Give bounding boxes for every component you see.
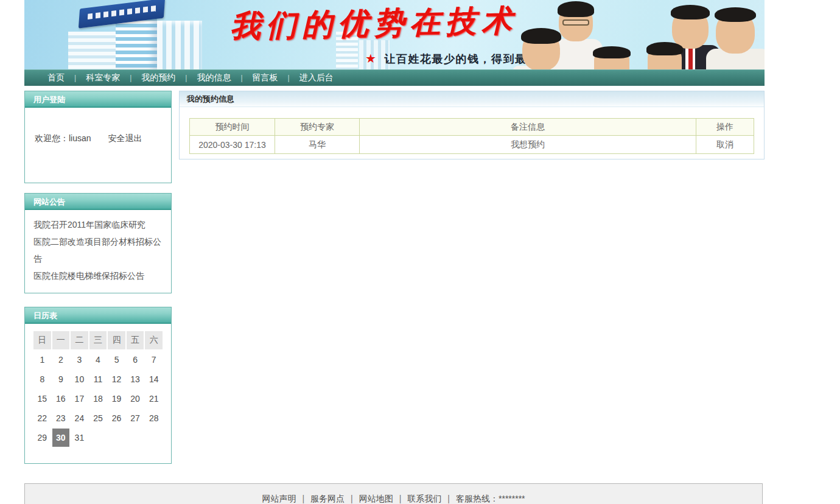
calendar-day — [89, 429, 107, 447]
calendar-day: 18 — [89, 390, 107, 408]
calendar-week-row: 15161718192021 — [33, 390, 163, 408]
calendar-weekday-header: 四 — [108, 331, 125, 349]
nav-item-4[interactable]: 我的信息 — [197, 72, 231, 82]
calendar-week-header-row: 日一二三四五六 — [33, 331, 163, 349]
appointments-column-header-4: 操作 — [696, 119, 754, 136]
nav-separator: | — [74, 74, 76, 82]
nav-separator: | — [130, 74, 131, 82]
calendar-day: 4 — [89, 351, 107, 369]
calendar-day: 19 — [108, 390, 125, 408]
calendar-body: 日一二三四五六123456789101112131415161718192021… — [25, 324, 171, 463]
appointments-column-header-2: 预约专家 — [275, 119, 360, 136]
table-row: 2020-03-30 17:13马华我想预约取消 — [190, 136, 754, 154]
calendar-weekday-header: 二 — [71, 331, 88, 349]
nav-item-3[interactable]: 我的预约 — [141, 72, 175, 82]
calendar-weekday-header: 日 — [33, 331, 51, 349]
calendar-day: 11 — [89, 370, 107, 388]
nav-item-5[interactable]: 留言板 — [253, 72, 278, 82]
appointment-cell-2: 马华 — [275, 136, 360, 154]
footer-separator: | — [399, 494, 402, 503]
calendar-box: 日历表 日一二三四五六12345678910111213141516171819… — [24, 307, 172, 464]
appointments-column-header-3: 备注信息 — [360, 119, 696, 136]
calendar-day: 5 — [108, 351, 125, 369]
calendar-weekday-header: 三 — [89, 331, 107, 349]
calendar-table: 日一二三四五六123456789101112131415161718192021… — [32, 330, 164, 448]
calendar-weekday-header: 五 — [127, 331, 144, 349]
login-box-body: 欢迎您：liusan安全退出 — [25, 108, 171, 183]
calendar-day: 28 — [145, 409, 163, 427]
content-area: 用户登陆 欢迎您：liusan安全退出 网站公告 我院召开2011年国家临床研究… — [24, 91, 765, 474]
logout-link[interactable]: 安全退出 — [108, 133, 142, 143]
calendar-weekday-header: 一 — [52, 331, 70, 349]
hero-banner: 我们的优势在技术 ★让百姓花最少的钱，得到最高质量的医疗服务 — [24, 0, 765, 69]
calendar-day: 7 — [145, 351, 163, 369]
username: liusan — [69, 133, 91, 143]
appointments-table: 预约时间预约专家备注信息操作 2020-03-30 17:13马华我想预约取消 — [189, 118, 754, 154]
announcement-link[interactable]: 医院住院楼电梯维保招标公告 — [33, 267, 163, 284]
calendar-day — [145, 429, 163, 447]
calendar-day: 10 — [71, 370, 88, 388]
announcement-link[interactable]: 医院二部改造项目部分材料招标公告 — [33, 233, 163, 267]
calendar-day: 22 — [33, 409, 51, 427]
calendar-day: 20 — [127, 390, 144, 408]
calendar-day — [127, 429, 144, 447]
nav-item-1[interactable]: 首页 — [47, 72, 65, 82]
calendar-day: 15 — [33, 390, 51, 408]
appointment-cell-3: 我想预约 — [360, 136, 696, 154]
footer-link-1[interactable]: 网站声明 — [262, 494, 296, 503]
appointments-panel: 我的预约信息 预约时间预约专家备注信息操作 2020-03-30 17:13马华… — [179, 91, 765, 159]
appointments-panel-title: 我的预约信息 — [180, 91, 764, 107]
appointments-panel-body: 预约时间预约专家备注信息操作 2020-03-30 17:13马华我想预约取消 — [180, 107, 764, 159]
red-tie-icon — [688, 49, 693, 69]
calendar-table-body: 日一二三四五六123456789101112131415161718192021… — [33, 331, 163, 447]
calendar-day: 13 — [127, 370, 144, 388]
calendar-day: 31 — [71, 429, 88, 447]
appointments-header-row: 预约时间预约专家备注信息操作 — [190, 119, 754, 136]
calendar-day: 29 — [33, 429, 51, 447]
calendar-day — [108, 429, 125, 447]
appointments-column-header-1: 预约时间 — [190, 119, 275, 136]
announcements-title: 网站公告 — [25, 194, 171, 210]
nav-separator: | — [185, 74, 187, 82]
sidebar: 用户登陆 欢迎您：liusan安全退出 网站公告 我院召开2011年国家临床研究… — [24, 91, 172, 474]
calendar-day: 9 — [52, 370, 70, 388]
building-block-icon — [68, 32, 117, 69]
cancel-appointment-link[interactable]: 取消 — [716, 139, 733, 149]
footer-separator: | — [447, 494, 450, 503]
calendar-day-selected: 30 — [52, 429, 70, 447]
announcement-link[interactable]: 我院召开2011年国家临床研究 — [33, 216, 163, 233]
footer-link-4[interactable]: 联系我们 — [407, 494, 441, 503]
calendar-day: 3 — [71, 351, 88, 369]
footer-link-3[interactable]: 网站地图 — [359, 494, 393, 503]
nav-item-2[interactable]: 科室专家 — [86, 72, 120, 82]
appointment-cell-1: 2020-03-30 17:13 — [190, 136, 275, 154]
calendar-day: 12 — [108, 370, 125, 388]
login-box-title: 用户登陆 — [25, 91, 171, 108]
nav-item-6[interactable]: 进入后台 — [299, 72, 334, 82]
calendar-week-row: 891011121314 — [33, 370, 163, 388]
footer-separator: | — [351, 494, 353, 503]
building-wing-icon — [157, 21, 202, 69]
hotline-label: 客服热线： — [456, 494, 499, 503]
nav-separator: | — [240, 74, 242, 82]
calendar-day: 1 — [33, 351, 51, 369]
calendar-day: 24 — [71, 409, 88, 427]
main-nav: 首页|科室专家|我的预约|我的信息|留言板|进入后台 — [24, 69, 765, 86]
main-column: 我的预约信息 预约时间预约专家备注信息操作 2020-03-30 17:13马华… — [179, 91, 765, 474]
calendar-day: 23 — [52, 409, 70, 427]
calendar-day: 27 — [127, 409, 144, 427]
calendar-day: 16 — [52, 390, 70, 408]
calendar-week-row: 293031 — [33, 429, 163, 447]
nav-separator: | — [288, 74, 290, 82]
calendar-week-row: 1234567 — [33, 351, 163, 369]
footer-links: 网站声明|服务网点|网站地图|联系我们|客服热线：******** — [262, 494, 525, 503]
footer: 网站声明|服务网点|网站地图|联系我们|客服热线：******** — [24, 483, 763, 504]
calendar-day: 14 — [145, 370, 163, 388]
footer-link-2[interactable]: 服务网点 — [310, 494, 345, 503]
calendar-day: 6 — [127, 351, 144, 369]
glasses-icon — [562, 19, 589, 26]
login-box: 用户登陆 欢迎您：liusan安全退出 — [24, 91, 172, 183]
footer-separator: | — [302, 494, 304, 503]
hotline-value: ******** — [499, 494, 525, 503]
calendar-day: 21 — [145, 390, 163, 408]
